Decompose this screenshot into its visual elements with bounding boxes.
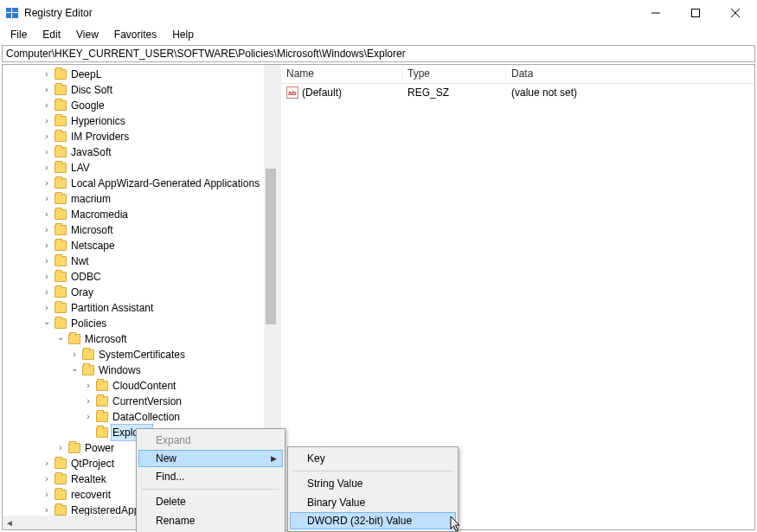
expand-icon[interactable]: › — [42, 272, 52, 282]
tree-node[interactable]: ›LAV — [6, 160, 278, 176]
tree-node[interactable]: ›DataCollection — [6, 409, 278, 425]
tree-node[interactable]: ›macrium — [6, 191, 278, 207]
folder-icon — [55, 505, 67, 516]
tree-node[interactable]: ›CloudContent — [6, 378, 278, 394]
ctx-find[interactable]: Find... — [138, 467, 283, 486]
tree-node-label: CloudContent — [111, 378, 177, 394]
collapse-icon[interactable]: ⌄ — [69, 363, 80, 374]
expand-icon[interactable]: › — [42, 303, 52, 313]
ctx-delete[interactable]: Delete — [138, 492, 283, 511]
minimize-button[interactable] — [636, 0, 676, 26]
folder-icon — [55, 225, 67, 235]
expand-icon[interactable]: › — [42, 116, 52, 126]
window-title: Registry Editor — [24, 7, 93, 19]
tree-node[interactable]: ›ODBC — [6, 269, 278, 285]
expand-icon[interactable]: › — [42, 131, 52, 142]
ctx-new[interactable]: New ▶ — [138, 450, 283, 467]
col-header-type[interactable]: Type — [402, 65, 506, 83]
expand-icon[interactable]: › — [42, 69, 52, 80]
expand-icon[interactable]: › — [42, 490, 52, 500]
tree-node[interactable]: ⌄Microsoft — [6, 331, 278, 347]
expand-icon[interactable]: › — [83, 412, 93, 422]
submenu-binary[interactable]: Binary Value — [290, 493, 456, 512]
folder-icon — [55, 209, 67, 220]
address-bar[interactable]: Computer\HKEY_CURRENT_USER\SOFTWARE\Poli… — [2, 45, 755, 62]
tree-node[interactable]: ⌄Windows — [6, 362, 278, 378]
expand-icon[interactable]: › — [42, 287, 52, 298]
hscroll-left[interactable]: ◄ — [3, 516, 16, 529]
expand-icon[interactable]: › — [42, 163, 52, 173]
expand-icon[interactable]: › — [42, 256, 52, 266]
tree-node[interactable]: ›IM Providers — [6, 129, 278, 144]
tree-node-label: Google — [69, 98, 106, 113]
col-header-name[interactable]: Name — [281, 65, 402, 83]
tree-node[interactable]: ›Nwt — [6, 253, 278, 269]
collapse-icon[interactable]: ⌄ — [42, 317, 52, 327]
menu-file[interactable]: File — [3, 27, 34, 42]
menu-edit[interactable]: Edit — [35, 27, 67, 42]
folder-icon — [55, 272, 67, 282]
ctx-new-label: New — [156, 452, 176, 465]
tree-node[interactable]: ⌄Policies — [6, 316, 278, 331]
tree-node[interactable]: ›Disc Soft — [6, 82, 278, 98]
tree-node[interactable]: ›Local AppWizard-Generated Applications — [6, 176, 278, 191]
folder-icon — [96, 427, 108, 438]
tree-node-label: CurrentVersion — [111, 394, 183, 409]
expand-icon[interactable]: › — [83, 381, 93, 391]
tree-node-label: SystemCertificates — [97, 347, 187, 362]
tree-node-label: DataCollection — [111, 409, 182, 425]
ctx-delete-label: Delete — [156, 496, 186, 508]
menu-view[interactable]: View — [69, 27, 106, 42]
expand-icon[interactable]: › — [42, 240, 52, 251]
folder-icon — [55, 194, 67, 204]
folder-icon — [55, 69, 67, 80]
expand-icon[interactable]: › — [42, 178, 52, 189]
ctx-rename[interactable]: Rename — [138, 511, 283, 530]
submenu-key[interactable]: Key — [290, 449, 456, 468]
list-row[interactable]: ab (Default) REG_SZ (value not set) — [281, 84, 754, 101]
expand-icon[interactable]: › — [55, 443, 66, 453]
submenu-dword[interactable]: DWORD (32-bit) Value — [290, 512, 456, 529]
tree-node[interactable]: ›Google — [6, 98, 278, 113]
tree-vscroll-thumb[interactable] — [266, 169, 276, 324]
submenu-binary-label: Binary Value — [307, 497, 365, 509]
submenu-string[interactable]: String Value — [290, 474, 456, 493]
expand-icon[interactable]: › — [83, 396, 93, 407]
expand-icon[interactable]: › — [42, 505, 52, 516]
tree-node[interactable]: ›DeepL — [6, 67, 278, 82]
tree-node[interactable]: ›Macromedia — [6, 207, 278, 222]
menu-help[interactable]: Help — [165, 27, 201, 42]
address-text: Computer\HKEY_CURRENT_USER\SOFTWARE\Poli… — [6, 48, 406, 60]
expand-icon[interactable]: › — [42, 85, 52, 95]
ctx-expand[interactable]: Expand — [138, 431, 283, 450]
expand-icon[interactable]: › — [42, 147, 52, 157]
expand-icon[interactable]: › — [69, 349, 80, 360]
context-menu: Expand New ▶ Find... Delete Rename — [136, 428, 285, 532]
folder-icon — [82, 349, 94, 360]
menu-favorites[interactable]: Favorites — [107, 27, 164, 42]
col-header-data[interactable]: Data — [506, 65, 754, 83]
folder-icon — [55, 474, 67, 484]
tree-node[interactable]: ›Oray — [6, 285, 278, 300]
folder-icon — [55, 163, 67, 173]
expand-icon[interactable]: › — [42, 194, 52, 204]
collapse-icon[interactable]: ⌄ — [55, 332, 66, 343]
tree-node[interactable]: ›SystemCertificates — [6, 347, 278, 362]
tree-node[interactable]: ›Microsoft — [6, 222, 278, 238]
close-button[interactable] — [715, 0, 755, 26]
maximize-button[interactable] — [676, 0, 715, 26]
tree-node-label: Microsoft — [69, 222, 115, 238]
expand-icon[interactable]: › — [42, 225, 52, 235]
expand-icon[interactable]: › — [42, 474, 52, 484]
tree-node[interactable]: ›CurrentVersion — [6, 394, 278, 409]
tree-node[interactable]: ›Hyperionics — [6, 113, 278, 129]
tree-node-label: Policies — [69, 316, 108, 331]
expand-icon[interactable]: › — [42, 209, 52, 220]
expand-icon[interactable]: › — [42, 100, 52, 111]
tree-node[interactable]: ›Netscape — [6, 238, 278, 253]
expand-icon[interactable]: › — [42, 458, 52, 469]
folder-icon — [82, 365, 94, 375]
ctx-separator — [142, 489, 279, 490]
tree-node[interactable]: ›JavaSoft — [6, 144, 278, 160]
folder-icon — [55, 490, 67, 500]
